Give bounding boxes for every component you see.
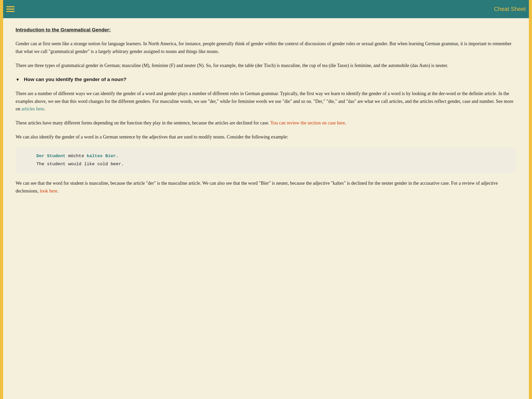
code-mochte: möchte (65, 154, 87, 158)
paragraph-3-text-1: There are a number of different ways we … (16, 91, 513, 111)
collapsible-label: How can you identify the gender of a nou… (24, 76, 127, 83)
code-period: . (116, 154, 118, 158)
paragraph-4-text-1: These articles have many different forms… (16, 120, 270, 125)
section-title: Introduction to the Grammatical Gender: (16, 26, 516, 34)
code-line-2: The student would like cold beer. (36, 160, 496, 168)
case-review-link[interactable]: You can review the section on case here (270, 120, 345, 125)
paragraph-2: There are three types of grammatical gen… (16, 62, 516, 70)
articles-here-link[interactable]: articles here (22, 106, 44, 111)
adjective-declensions-link[interactable]: look here (40, 188, 57, 194)
cheat-sheet-link[interactable]: Cheat Sheet (494, 4, 526, 14)
hamburger-line-1 (6, 6, 15, 7)
paragraph-6-text-2: . (57, 188, 58, 194)
hamburger-line-3 (6, 11, 15, 12)
paragraph-1: Gender can at first seem like a strange … (16, 40, 516, 55)
right-accent-bar (529, 0, 532, 217)
paragraph-6: We can see that the word for student is … (16, 179, 516, 195)
paragraph-3-text-2: . (44, 106, 45, 111)
collapsible-section-header[interactable]: ▼ How can you identify the gender of a n… (16, 76, 516, 83)
code-der-student: Der Student (36, 154, 65, 158)
paragraph-6-text-1: We can see that the word for student is … (16, 181, 498, 194)
code-kaltes-bier: kaltes Bier (87, 154, 116, 158)
paragraph-4-text-2: . (345, 120, 346, 125)
collapse-arrow-icon: ▼ (16, 76, 20, 83)
paragraph-4: These articles have many different forms… (16, 119, 516, 127)
hamburger-line-2 (6, 9, 15, 10)
hamburger-menu[interactable] (6, 6, 15, 12)
code-line-1: Der Student möchte kaltes Bier. (36, 152, 496, 160)
paragraph-5: We can also identify the gender of a wor… (16, 133, 516, 141)
code-example: Der Student möchte kaltes Bier. The stud… (16, 147, 516, 173)
paragraph-3: There are a number of different ways we … (16, 90, 516, 113)
app-header: Cheat Sheet (0, 0, 532, 18)
left-accent-bar (0, 0, 3, 217)
main-content: Introduction to the Grammatical Gender: … (0, 18, 532, 217)
